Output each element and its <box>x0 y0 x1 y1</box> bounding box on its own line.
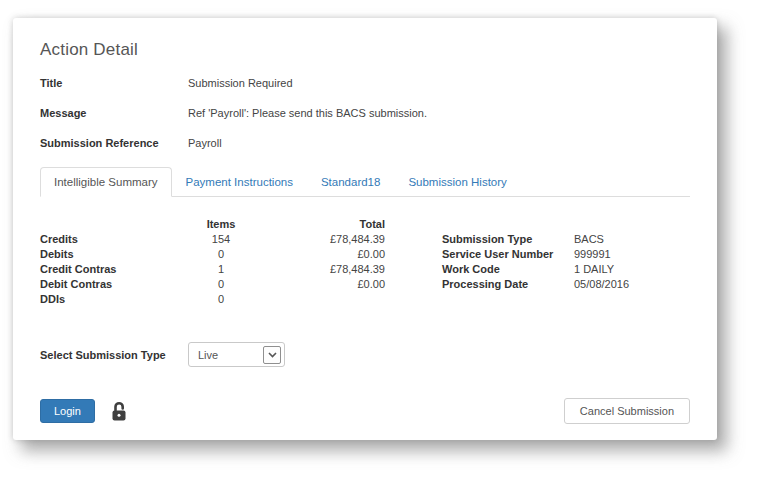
summary-row-items: 0 <box>190 277 252 291</box>
field-label: Message <box>40 107 188 120</box>
tab-submission-history[interactable]: Submission History <box>394 167 520 197</box>
summary-row-label: Credit Contras <box>40 262 190 276</box>
summary-table: Items Total Credits 154 £78,484.39 Debit… <box>40 217 385 306</box>
tab-standard18[interactable]: Standard18 <box>307 167 394 197</box>
summary-row-total <box>252 292 385 306</box>
chevron-down-icon[interactable] <box>263 346 281 364</box>
summary-header-spacer <box>40 217 190 231</box>
submission-type-select[interactable]: Live <box>188 342 285 367</box>
page-background: Action Detail Title Submission Required … <box>0 0 759 481</box>
summary-row-label: DDIs <box>40 292 190 306</box>
header-fields: Title Submission Required Message Ref 'P… <box>40 77 690 150</box>
detail-label: Work Code <box>442 262 574 276</box>
summary-row-label: Credits <box>40 232 190 246</box>
field-row-submission-reference: Submission Reference Payroll <box>40 137 690 150</box>
field-value: Ref 'Payroll': Please send this BACS sub… <box>188 107 427 120</box>
cancel-submission-button[interactable]: Cancel Submission <box>564 398 690 424</box>
submission-details: Submission Type BACS Service User Number… <box>442 232 629 306</box>
detail-label: Processing Date <box>442 277 574 291</box>
submission-type-selected-value: Live <box>198 349 218 361</box>
summary-row-total: £0.00 <box>252 247 385 261</box>
field-label: Submission Reference <box>40 137 188 150</box>
summary-row-total: £0.00 <box>252 277 385 291</box>
summary-row-label: Debits <box>40 247 190 261</box>
tab-bar: Intelligible Summary Payment Instruction… <box>40 167 690 197</box>
detail-value: BACS <box>574 232 629 246</box>
detail-value: 999991 <box>574 247 629 261</box>
summary-row-total: £78,484.39 <box>252 232 385 246</box>
field-row-title: Title Submission Required <box>40 77 690 90</box>
field-label: Title <box>40 77 188 90</box>
unlock-icon[interactable] <box>110 401 128 422</box>
field-value: Payroll <box>188 137 222 150</box>
field-row-message: Message Ref 'Payroll': Please send this … <box>40 107 690 120</box>
summary-row-items: 1 <box>190 262 252 276</box>
submission-type-select-label: Select Submission Type <box>40 349 188 361</box>
page-title: Action Detail <box>40 40 690 60</box>
field-value: Submission Required <box>188 77 293 90</box>
action-detail-card: Action Detail Title Submission Required … <box>13 18 717 440</box>
footer-actions: Login Cancel Submission <box>40 398 690 424</box>
detail-label: Submission Type <box>442 232 574 246</box>
detail-value: 05/08/2016 <box>574 277 629 291</box>
summary-header-items: Items <box>190 217 252 231</box>
summary-row-items: 0 <box>190 292 252 306</box>
summary-row-total: £78,484.39 <box>252 262 385 276</box>
detail-label: Service User Number <box>442 247 574 261</box>
tab-payment-instructions[interactable]: Payment Instructions <box>172 167 307 197</box>
summary-content: Items Total Credits 154 £78,484.39 Debit… <box>40 217 690 306</box>
summary-header-total: Total <box>252 217 385 231</box>
summary-row-label: Debit Contras <box>40 277 190 291</box>
summary-row-items: 154 <box>190 232 252 246</box>
submission-type-select-row: Select Submission Type Live <box>40 342 690 367</box>
login-button[interactable]: Login <box>40 399 95 423</box>
detail-value: 1 DAILY <box>574 262 629 276</box>
summary-row-items: 0 <box>190 247 252 261</box>
tab-intelligible-summary[interactable]: Intelligible Summary <box>40 167 172 197</box>
